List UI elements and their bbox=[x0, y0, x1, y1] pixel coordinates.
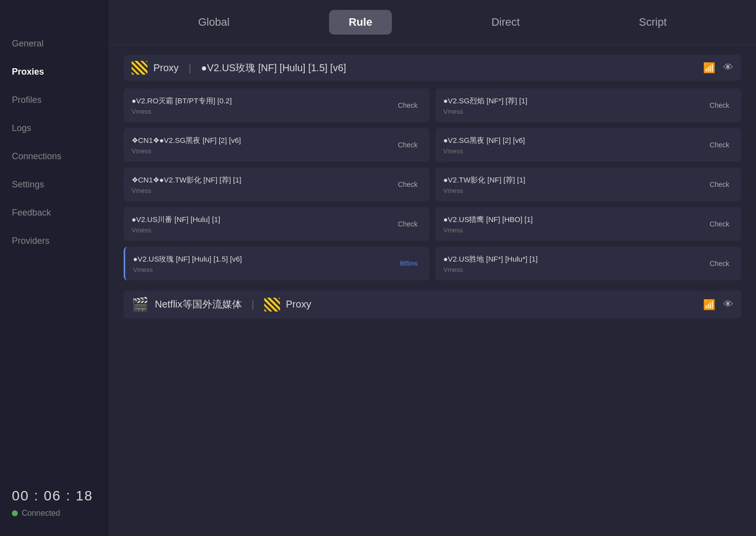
proxy-card-7[interactable]: ●V2.US川番 [NF] [Hulu] [1] Vmess Check bbox=[124, 207, 429, 241]
proxy-card-5[interactable]: ❖CN1❖●V2.TW影化 [NF] [荐] [1] Vmess Check bbox=[124, 168, 429, 201]
proxy-type-10: Vmess bbox=[443, 266, 706, 273]
netflix-eye-icon[interactable]: 👁 bbox=[723, 299, 733, 311]
proxy-info-8: ●V2.US猎鹰 [NF] [HBO] [1] Vmess bbox=[443, 214, 706, 234]
netflix-group-icons: 📶 👁 bbox=[703, 299, 733, 311]
proxy-info-6: ●V2.TW影化 [NF] [荐] [1] Vmess bbox=[443, 175, 706, 194]
checking-badge-9[interactable]: 865ms bbox=[396, 258, 422, 269]
check-button-8[interactable]: Check bbox=[706, 218, 733, 230]
netflix-group-name: Netflix等国外流媒体 bbox=[155, 298, 242, 311]
statusbar: 00 : 06 : 18 Connected bbox=[0, 469, 109, 536]
proxy-card-4[interactable]: ●V2.SG黑夜 [NF] [2] [v6] Vmess Check bbox=[435, 128, 741, 162]
tab-global[interactable]: Global bbox=[178, 10, 249, 35]
wifi-icon[interactable]: 📶 bbox=[703, 62, 715, 74]
sidebar-item-proxies[interactable]: Proxies bbox=[0, 58, 109, 86]
sidebar-item-feedback[interactable]: Feedback bbox=[0, 199, 109, 227]
proxy-type-5: Vmess bbox=[132, 187, 394, 194]
proxy-card-10[interactable]: ●V2.US胜地 [NF*] [Hulu*] [1] Vmess Check bbox=[435, 247, 741, 280]
proxy-type-2: Vmess bbox=[443, 108, 706, 115]
proxy-name-8: ●V2.US猎鹰 [NF] [HBO] [1] bbox=[443, 214, 706, 224]
proxy-card-2[interactable]: ●V2.SG烈焰 [NF*] [荐] [1] Vmess Check bbox=[435, 89, 741, 122]
sidebar-item-providers[interactable]: Providers bbox=[0, 227, 109, 255]
proxy-group-title: Proxy | ●V2.US玫瑰 [NF] [Hulu] [1.5] [v6] bbox=[132, 61, 346, 75]
proxy-name-5: ❖CN1❖●V2.TW影化 [NF] [荐] [1] bbox=[132, 175, 394, 185]
sidebar-item-settings[interactable]: Settings bbox=[0, 171, 109, 199]
netflix-proxy-stripe-icon bbox=[264, 298, 280, 312]
proxy-name-10: ●V2.US胜地 [NF*] [Hulu*] [1] bbox=[443, 254, 706, 264]
tab-rule[interactable]: Rule bbox=[329, 10, 392, 35]
connection-timer: 00 : 06 : 18 bbox=[12, 488, 109, 504]
proxy-info-2: ●V2.SG烈焰 [NF*] [荐] [1] Vmess bbox=[443, 95, 706, 115]
proxy-card-8[interactable]: ●V2.US猎鹰 [NF] [HBO] [1] Vmess Check bbox=[435, 207, 741, 241]
proxy-info-3: ❖CN1❖●V2.SG黑夜 [NF] [2] [v6] Vmess bbox=[132, 135, 394, 155]
sidebar-item-profiles[interactable]: Profiles bbox=[0, 86, 109, 114]
connected-dot-icon bbox=[12, 510, 18, 516]
proxy-stripe-icon bbox=[132, 61, 147, 75]
proxy-info-4: ●V2.SG黑夜 [NF] [2] [v6] Vmess bbox=[443, 135, 706, 155]
proxy-type-8: Vmess bbox=[443, 226, 706, 234]
proxy-card-3[interactable]: ❖CN1❖●V2.SG黑夜 [NF] [2] [v6] Vmess Check bbox=[124, 128, 429, 162]
proxy-info-1: ●V2.RO灭霸 [BT/PT专用] [0.2] Vmess bbox=[132, 95, 394, 115]
sidebar-item-connections[interactable]: Connections bbox=[0, 142, 109, 171]
proxy-type-3: Vmess bbox=[132, 147, 394, 155]
proxy-grid: ●V2.RO灭霸 [BT/PT专用] [0.2] Vmess Check ●V2… bbox=[124, 89, 741, 280]
proxy-info-5: ❖CN1❖●V2.TW影化 [NF] [荐] [1] Vmess bbox=[132, 175, 394, 194]
proxy-name-7: ●V2.US川番 [NF] [Hulu] [1] bbox=[132, 214, 394, 224]
sidebar-item-general[interactable]: General bbox=[0, 30, 109, 58]
proxy-name-2: ●V2.SG烈焰 [NF*] [荐] [1] bbox=[443, 95, 706, 106]
proxy-info-9: ●V2.US玫瑰 [NF] [Hulu] [1.5] [v6] Vmess bbox=[133, 254, 396, 273]
sidebar: General Proxies Profiles Logs Connection… bbox=[0, 0, 109, 536]
check-button-1[interactable]: Check bbox=[394, 99, 422, 111]
proxy-type-6: Vmess bbox=[443, 187, 706, 194]
proxy-name-4: ●V2.SG黑夜 [NF] [2] [v6] bbox=[443, 135, 706, 145]
main-content: Global Rule Direct Script Proxy | ●V2.US… bbox=[109, 0, 756, 536]
proxy-group-name: Proxy bbox=[153, 62, 179, 74]
proxy-divider: | bbox=[189, 62, 191, 74]
netflix-selected-label: Proxy bbox=[286, 299, 311, 310]
proxy-name-6: ●V2.TW影化 [NF] [荐] [1] bbox=[443, 175, 706, 185]
proxy-selected-label: ●V2.US玫瑰 [NF] [Hulu] [1.5] [v6] bbox=[201, 61, 346, 75]
netflix-wifi-icon[interactable]: 📶 bbox=[703, 299, 715, 311]
proxy-type-1: Vmess bbox=[132, 108, 394, 115]
tab-script[interactable]: Script bbox=[619, 10, 686, 35]
netflix-group-title: 🎬 Netflix等国外流媒体 | Proxy bbox=[132, 296, 311, 313]
sidebar-item-logs[interactable]: Logs bbox=[0, 114, 109, 142]
check-button-5[interactable]: Check bbox=[394, 179, 422, 190]
proxy-name-1: ●V2.RO灭霸 [BT/PT专用] [0.2] bbox=[132, 95, 394, 106]
check-button-3[interactable]: Check bbox=[394, 139, 422, 151]
tab-direct[interactable]: Direct bbox=[472, 10, 539, 35]
proxy-name-3: ❖CN1❖●V2.SG黑夜 [NF] [2] [v6] bbox=[132, 135, 394, 145]
check-button-7[interactable]: Check bbox=[394, 218, 422, 230]
mode-tabs: Global Rule Direct Script bbox=[109, 0, 756, 45]
proxy-card-6[interactable]: ●V2.TW影化 [NF] [荐] [1] Vmess Check bbox=[435, 168, 741, 201]
connected-label: Connected bbox=[22, 509, 60, 518]
proxy-name-9: ●V2.US玫瑰 [NF] [Hulu] [1.5] [v6] bbox=[133, 254, 396, 264]
proxy-card-9[interactable]: ●V2.US玫瑰 [NF] [Hulu] [1.5] [v6] Vmess 86… bbox=[124, 247, 429, 280]
proxy-group-icons: 📶 👁 bbox=[703, 62, 733, 74]
hide-icon[interactable]: 👁 bbox=[723, 62, 733, 74]
proxy-card-1[interactable]: ●V2.RO灭霸 [BT/PT专用] [0.2] Vmess Check bbox=[124, 89, 429, 122]
check-button-10[interactable]: Check bbox=[706, 258, 733, 269]
check-button-2[interactable]: Check bbox=[706, 99, 733, 111]
check-button-4[interactable]: Check bbox=[706, 139, 733, 151]
proxy-info-7: ●V2.US川番 [NF] [Hulu] [1] Vmess bbox=[132, 214, 394, 234]
proxy-type-7: Vmess bbox=[132, 226, 394, 234]
netflix-icon: 🎬 bbox=[132, 296, 149, 313]
check-button-6[interactable]: Check bbox=[706, 179, 733, 190]
netflix-divider: | bbox=[252, 299, 254, 310]
proxy-group-header: Proxy | ●V2.US玫瑰 [NF] [Hulu] [1.5] [v6] … bbox=[124, 55, 741, 81]
proxy-type-9: Vmess bbox=[133, 266, 396, 273]
netflix-group-header: 🎬 Netflix等国外流媒体 | Proxy 📶 👁 bbox=[124, 290, 741, 318]
proxy-type-4: Vmess bbox=[443, 147, 706, 155]
proxy-info-10: ●V2.US胜地 [NF*] [Hulu*] [1] Vmess bbox=[443, 254, 706, 273]
proxies-content[interactable]: Proxy | ●V2.US玫瑰 [NF] [Hulu] [1.5] [v6] … bbox=[109, 45, 756, 536]
